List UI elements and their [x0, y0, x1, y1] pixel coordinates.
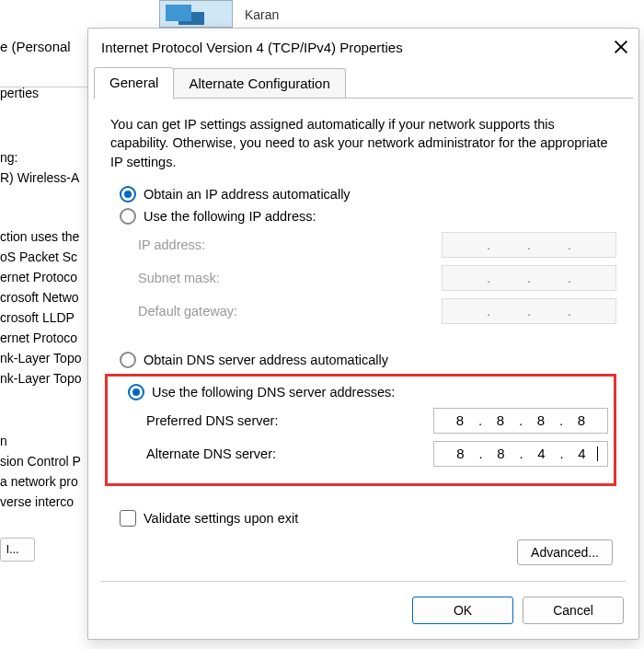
tab-general-label: General [109, 75, 158, 90]
bg-title-fragment: e (Personal [0, 39, 87, 54]
text-cursor [597, 446, 598, 461]
octet[interactable]: 8 [524, 412, 558, 428]
bg-uses: ction uses the [0, 229, 87, 244]
radio-label: Use the following DNS server addresses: [152, 385, 395, 400]
preferred-dns-field: Preferred DNS server: 8. 8. 8. 8 [146, 408, 608, 434]
dialog-title: Internet Protocol Version 4 (TCP/IPv4) P… [101, 40, 613, 55]
advanced-button[interactable]: Advanced... [517, 539, 613, 565]
tab-alternate[interactable]: Alternate Configuration [173, 68, 345, 99]
bg-n: n [0, 434, 87, 448]
intro-text: You can get IP settings assigned automat… [110, 115, 616, 171]
radio-icon[interactable] [128, 384, 144, 400]
preferred-dns-input[interactable]: 8. 8. 8. 8 [433, 408, 608, 434]
titlebar: Internet Protocol Version 4 (TCP/IPv4) P… [88, 29, 638, 65]
radio-icon[interactable] [120, 208, 136, 225]
bg-wireless: R) Wireless-A [0, 170, 87, 185]
bg-perties: perties [0, 86, 87, 100]
bg-ng: ng: [0, 150, 87, 165]
subnet-field: Subnet mask: ... [138, 265, 616, 291]
dialog-footer: OK Cancel [412, 597, 624, 624]
adapter-icon [159, 0, 233, 28]
tab-strip: General Alternate Configuration [88, 65, 638, 99]
bg-desc: sion Control P [0, 454, 87, 469]
octet[interactable]: 8 [444, 446, 477, 461]
bg-item: oS Packet Sc [0, 249, 87, 264]
checkbox-icon[interactable] [120, 510, 136, 527]
gateway-field: Default gateway: ... [138, 298, 616, 324]
octet[interactable]: 8 [443, 412, 477, 428]
alternate-dns-input[interactable]: 8. 8. 4. 4 [433, 441, 608, 467]
radio-icon[interactable] [120, 186, 136, 203]
field-label: Default gateway: [138, 304, 442, 319]
checkbox-label: Validate settings upon exit [144, 511, 298, 526]
alternate-dns-field: Alternate DNS server: 8. 8. 4. 4 [146, 441, 608, 467]
divider [0, 87, 87, 87]
bg-item: ernet Protoco [0, 330, 87, 345]
bg-item: nk-Layer Topo [0, 351, 87, 365]
bg-item: crosoft LLDP [0, 310, 87, 325]
ip-address-input: ... [442, 232, 616, 258]
cancel-button[interactable]: Cancel [523, 597, 624, 624]
install-button[interactable]: l... [0, 538, 35, 562]
validate-settings-row[interactable]: Validate settings upon exit [120, 510, 616, 527]
radio-obtain-ip-auto[interactable]: Obtain an IP address automatically [120, 186, 616, 203]
octet[interactable]: 4 [525, 446, 558, 461]
radio-icon[interactable] [120, 352, 136, 368]
button-label: Advanced... [531, 545, 599, 560]
subnet-input: ... [442, 265, 616, 291]
field-label: Preferred DNS server: [146, 413, 433, 428]
close-icon[interactable] [613, 39, 629, 55]
field-label: Subnet mask: [138, 271, 442, 285]
bg-desc: a network pro [0, 474, 87, 489]
ipv4-properties-dialog: Internet Protocol Version 4 (TCP/IPv4) P… [87, 28, 639, 640]
octet[interactable]: 8 [485, 446, 518, 461]
tab-alternate-label: Alternate Configuration [189, 75, 329, 91]
button-label: OK [454, 603, 472, 618]
bg-item: crosoft Netwo [0, 290, 87, 305]
radio-use-dns[interactable]: Use the following DNS server addresses: [128, 384, 608, 400]
bg-desc: verse interco [0, 494, 87, 509]
bg-item: ernet Protoco [0, 270, 87, 284]
field-label: Alternate DNS server: [146, 446, 433, 461]
radio-obtain-dns-auto[interactable]: Obtain DNS server address automatically [120, 352, 616, 368]
ok-button[interactable]: OK [412, 597, 513, 624]
radio-label: Obtain DNS server address automatically [144, 353, 388, 367]
gateway-input: ... [442, 298, 616, 324]
adapter-name: Karan [245, 7, 279, 22]
ip-address-field: IP address: ... [138, 232, 616, 258]
button-label: Cancel [553, 603, 593, 618]
radio-use-ip[interactable]: Use the following IP address: [120, 208, 616, 225]
field-label: IP address: [138, 238, 442, 252]
octet[interactable]: 8 [484, 412, 517, 428]
radio-label: Obtain an IP address automatically [144, 187, 351, 202]
octet[interactable]: 8 [565, 412, 598, 428]
highlight-box: Use the following DNS server addresses: … [105, 374, 616, 486]
tab-general[interactable]: General [94, 67, 174, 99]
separator [101, 581, 626, 582]
bg-item: nk-Layer Topo [0, 371, 87, 386]
radio-label: Use the following IP address: [144, 209, 316, 224]
octet[interactable]: 4 [566, 446, 599, 461]
